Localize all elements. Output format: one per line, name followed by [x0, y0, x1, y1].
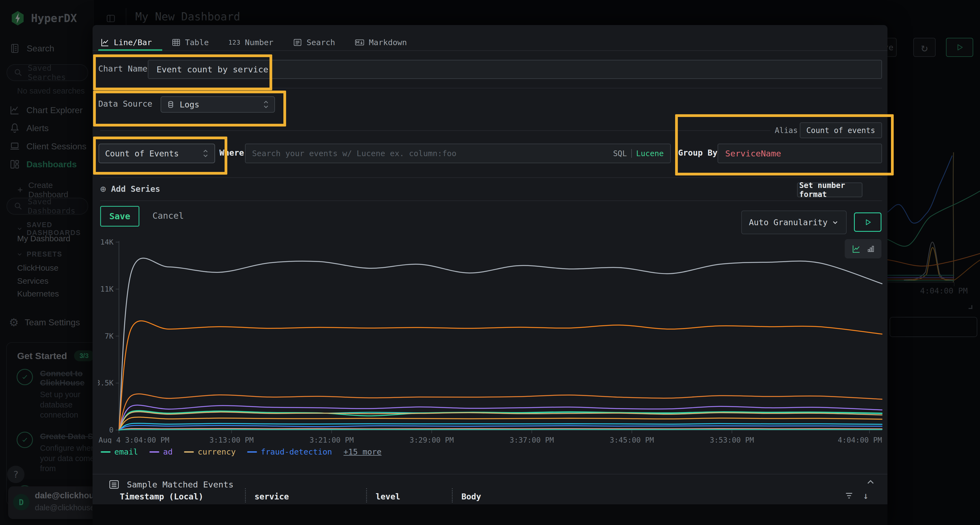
column-separator — [245, 488, 246, 503]
set-number-format-button[interactable]: Set number format — [797, 182, 862, 197]
aggregation-select[interactable]: Count of Events — [99, 144, 215, 163]
legend-swatch — [101, 451, 111, 453]
save-button[interactable]: Save — [100, 206, 139, 227]
table-icon — [172, 38, 181, 47]
mode-divider — [631, 149, 632, 158]
svg-text:0: 0 — [109, 426, 113, 434]
cancel-button[interactable]: Cancel — [153, 211, 184, 221]
sql-mode-button[interactable]: SQL — [613, 149, 627, 158]
tab-markdown[interactable]: Markdown — [355, 38, 407, 47]
markdown-icon — [355, 38, 364, 47]
list-doc-icon — [293, 38, 302, 47]
tab-search[interactable]: Search — [293, 38, 335, 47]
123-icon: 123 — [228, 39, 241, 46]
chevron-down-icon — [831, 219, 839, 226]
chart-legend: email ad currency fraud-detection +15 mo… — [101, 447, 382, 457]
divider — [100, 88, 882, 89]
col-service[interactable]: service — [255, 492, 289, 501]
lucene-mode-button[interactable]: Lucene — [636, 149, 664, 158]
svg-text:3:45:00 PM: 3:45:00 PM — [610, 436, 654, 443]
svg-text:3:13:00 PM: 3:13:00 PM — [209, 436, 254, 443]
table-header-actions: ↓ — [845, 490, 869, 501]
tabs-divider — [92, 50, 888, 51]
data-source-label: Data Source — [98, 99, 153, 109]
filter-icon[interactable] — [845, 491, 854, 500]
svg-text:3:29:00 PM: 3:29:00 PM — [409, 436, 454, 443]
add-series-button[interactable]: ⊕ Add Series — [100, 183, 160, 195]
legend-swatch — [247, 451, 257, 453]
col-timestamp[interactable]: Timestamp (Local) — [120, 492, 204, 501]
collapse-chevron-icon[interactable] — [865, 477, 876, 487]
plus-circle-icon: ⊕ — [100, 183, 106, 195]
table-body-area — [92, 504, 888, 525]
granularity-select[interactable]: Auto Granularity — [741, 211, 846, 234]
database-icon — [167, 100, 175, 109]
col-body[interactable]: Body — [461, 492, 481, 501]
up-down-chevrons-icon — [202, 149, 208, 158]
legend-swatch — [150, 451, 159, 453]
col-level[interactable]: level — [375, 492, 400, 501]
svg-text:3:53:00 PM: 3:53:00 PM — [710, 436, 754, 443]
chart-name-input[interactable]: Event count by service — [148, 60, 882, 79]
divider — [100, 200, 882, 201]
play-icon — [864, 219, 872, 226]
screen: HyperDX Search Saved Searches No saved s… — [0, 0, 980, 525]
svg-text:3.5K: 3.5K — [98, 379, 114, 387]
events-line-chart[interactable]: 03.5K7K11K14KAug 4 3:04:00 PM3:13:00 PM3… — [98, 240, 885, 443]
legend-item[interactable]: currency — [184, 447, 236, 457]
up-down-chevrons-icon — [263, 100, 269, 109]
svg-text:3:21:00 PM: 3:21:00 PM — [310, 436, 354, 443]
svg-text:7K: 7K — [105, 332, 113, 340]
tab-line-bar[interactable]: Line/Bar — [100, 38, 152, 47]
data-source-select[interactable]: Logs — [161, 96, 275, 113]
active-tab-underline — [98, 49, 162, 51]
tab-number[interactable]: 123 Number — [228, 38, 273, 47]
chart-editor-modal: Line/Bar Table 123 Number Search Markdow… — [92, 25, 888, 525]
divider — [92, 474, 888, 474]
legend-item[interactable]: fraud-detection — [247, 447, 332, 457]
chart-name-label: Chart Name — [98, 64, 148, 73]
svg-text:11K: 11K — [100, 285, 114, 293]
column-separator — [452, 488, 453, 503]
alias-label: Alias — [775, 126, 798, 135]
where-input[interactable]: Search your events w/ Lucene ex. column:… — [245, 144, 671, 163]
legend-item[interactable]: email — [101, 447, 138, 457]
column-separator — [366, 488, 367, 503]
sample-events-header: Sample Matched Events — [108, 479, 234, 490]
group-by-input[interactable]: ServiceName — [718, 144, 882, 163]
divider — [100, 130, 770, 131]
list-doc-icon — [108, 479, 120, 490]
svg-text:3:37:00 PM: 3:37:00 PM — [510, 436, 554, 443]
legend-item[interactable]: ad — [150, 447, 173, 457]
divider — [100, 178, 882, 178]
sort-down-icon[interactable]: ↓ — [863, 490, 869, 501]
tab-table[interactable]: Table — [172, 38, 209, 47]
where-label: Where — [220, 148, 244, 157]
svg-text:14K: 14K — [100, 240, 114, 246]
svg-text:Aug 4 3:04:00 PM: Aug 4 3:04:00 PM — [99, 436, 169, 443]
group-by-label: Group By — [678, 148, 718, 157]
run-query-button[interactable] — [854, 213, 881, 232]
where-placeholder: Search your events w/ Lucene ex. column:… — [252, 149, 457, 158]
legend-more-link[interactable]: +15 more — [344, 447, 382, 457]
alias-input[interactable]: Count of events — [800, 122, 882, 138]
svg-text:4:04:00 PM: 4:04:00 PM — [838, 436, 882, 443]
line-chart-icon — [100, 38, 110, 47]
tab-bar: Line/Bar Table 123 Number Search Markdow… — [100, 35, 407, 50]
legend-swatch — [184, 451, 194, 453]
